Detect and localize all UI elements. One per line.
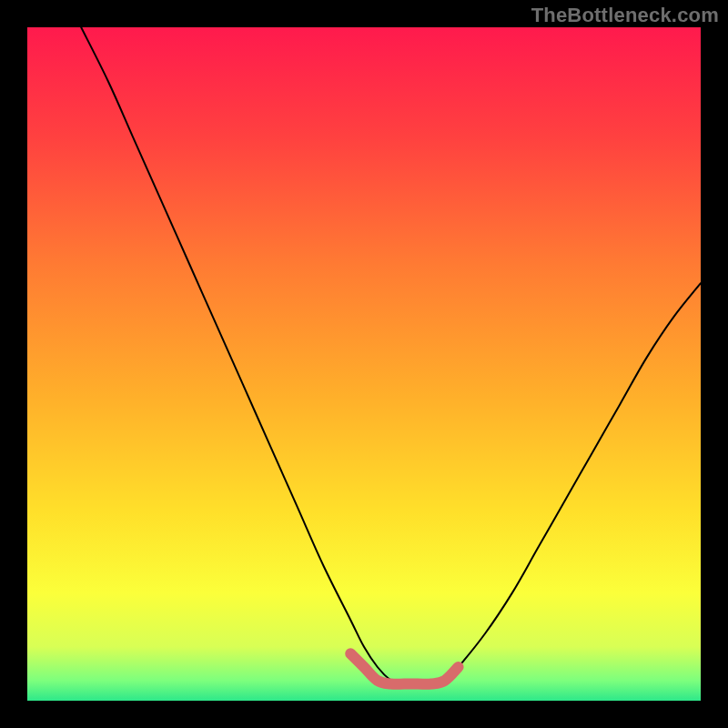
curve-right-branch: [404, 283, 701, 688]
plot-area: [27, 27, 701, 701]
watermark-text: TheBottleneck.com: [531, 4, 719, 27]
optimal-range-marker: [350, 653, 458, 684]
chart-frame: TheBottleneck.com: [0, 0, 728, 728]
bottleneck-curve: [27, 27, 701, 701]
curve-left-branch: [81, 27, 404, 687]
